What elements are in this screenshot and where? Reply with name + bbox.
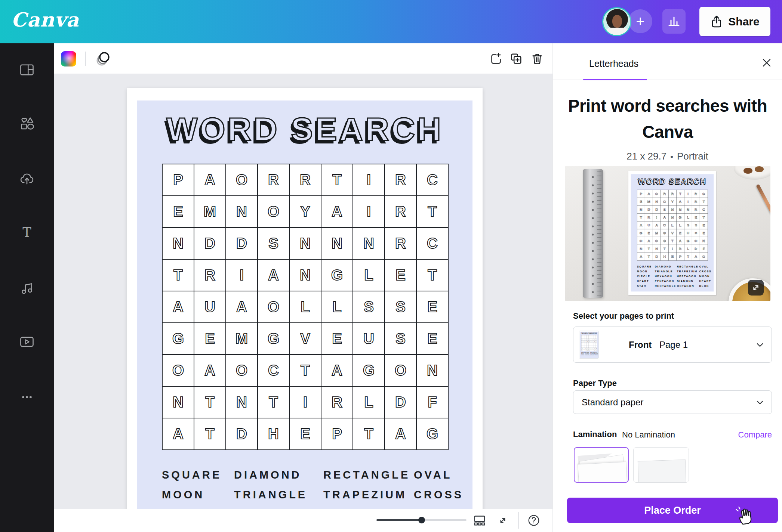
grid-cell: M: [645, 198, 653, 205]
grid-cell: T: [321, 164, 353, 196]
word: MOON: [581, 353, 585, 354]
wordsearch-title: WORD SEARCH: [137, 110, 472, 148]
sidebar-item-design[interactable]: [19, 62, 35, 78]
sidebar-item-uploads[interactable]: [19, 171, 35, 187]
grid-cell: E: [637, 198, 645, 205]
grid-cell: S: [661, 205, 668, 213]
word: STAR: [637, 285, 655, 288]
chevron-down-icon: [755, 340, 765, 350]
grid-cell: R: [385, 164, 416, 196]
copy-style-button[interactable]: [95, 50, 111, 67]
grid-cell: O: [162, 355, 194, 386]
paper-type-value: Standard paper: [582, 397, 643, 408]
grid-cell: R: [692, 190, 700, 198]
add-member-button[interactable]: +: [628, 9, 652, 33]
duplicate-page-button[interactable]: [509, 52, 523, 66]
lamination-option-laminated[interactable]: [633, 447, 689, 483]
word-list-row: SQUAREDIAMONDRECTANGLEOVAL: [637, 265, 709, 268]
add-page-button[interactable]: [489, 52, 503, 66]
grid-cell: V: [289, 323, 321, 355]
sidebar-item-videos[interactable]: [19, 334, 35, 350]
canva-logo[interactable]: Canva: [11, 8, 79, 31]
page-background: WORD SEARCHPAORRTIRCEMNOYAIRTNDDSNNNRCTR…: [137, 100, 472, 509]
background-color-button[interactable]: [61, 51, 76, 66]
word: DIAMOND: [585, 352, 590, 353]
pages-dropdown[interactable]: WORD SEARCHPAORRTIRCEMNOYAIRTNDDSNNNRCTR…: [573, 327, 772, 363]
grid-cell: C: [258, 355, 289, 386]
grid-cell: I: [289, 386, 321, 418]
word: RECTANGLE: [585, 356, 590, 357]
grid-cell: M: [194, 196, 226, 228]
word: TRIANGLE: [585, 353, 590, 354]
dish-prop: [734, 166, 770, 180]
word: OCTAGON: [677, 285, 699, 288]
word: MOON: [595, 354, 598, 355]
grid-cell: D: [653, 253, 661, 260]
word-list-row: MOONTRIANGLETRAPEZIUMCROSS: [581, 353, 598, 354]
grid-cell: A: [385, 418, 416, 450]
grid-cell: G: [258, 323, 289, 355]
pages-view-button[interactable]: [472, 513, 487, 528]
wordsearch-page[interactable]: WORD SEARCHPAORRTIRCEMNOYAIRTNDDSNNNRCTR…: [127, 88, 483, 509]
grid-cell: R: [692, 205, 700, 213]
pages-view-icon: [472, 513, 487, 528]
grid-cell: O: [692, 237, 700, 245]
grid-cell: T: [289, 355, 321, 386]
grid-cell: A: [226, 291, 258, 323]
word-list-row: HEARTPENTAGONDIAMONDHEART: [637, 280, 711, 283]
grid-cell: A: [661, 213, 668, 221]
word-list-row: MOONTRIANGLETRAPEZIUMCROSS: [162, 489, 464, 501]
grid-cell: L: [684, 245, 692, 253]
grid-cell: R: [661, 190, 668, 198]
sidebar-item-more[interactable]: [19, 389, 35, 405]
close-panel-button[interactable]: [761, 57, 772, 68]
grid-cell: T: [645, 253, 653, 260]
share-button[interactable]: Share: [699, 7, 770, 36]
help-button[interactable]: [527, 513, 541, 528]
tab-letterheads[interactable]: Letterheads: [589, 58, 638, 69]
word: BLOB: [595, 356, 598, 357]
document-page[interactable]: WORD SEARCHPAORRTIRCEMNOYAIRTNDDSNNNRCTR…: [127, 88, 483, 509]
grid-cell: I: [353, 196, 385, 228]
grid-cell: R: [258, 164, 289, 196]
grid-cell: R: [692, 198, 700, 205]
paper-type-dropdown[interactable]: Standard paper: [573, 390, 772, 414]
chevron-down-icon: [755, 398, 765, 407]
grid-cell: D: [385, 386, 416, 418]
lamination-option-none[interactable]: [574, 447, 629, 483]
grid-cell: E: [676, 229, 684, 237]
word-list-row: STARRECTANGLEOCTAGONBLOB: [581, 356, 597, 357]
sidebar-item-text[interactable]: T: [19, 224, 35, 241]
grid-cell: I: [684, 190, 692, 198]
grid-cell: T: [700, 213, 708, 221]
sidebar-item-elements[interactable]: [19, 115, 35, 132]
divider: [85, 52, 86, 66]
grid-cell: E: [289, 418, 321, 450]
word: DIAMOND: [590, 355, 595, 356]
grid-cell: D: [653, 205, 661, 213]
grid-cell: S: [692, 229, 700, 237]
avatar[interactable]: [602, 7, 631, 36]
design-canvas[interactable]: WORD SEARCHPAORRTIRCEMNOYAIRTNDDSNNNRCTR…: [54, 74, 552, 509]
grid-cell: N: [637, 205, 645, 213]
fullscreen-icon: [496, 513, 510, 528]
grid-cell: L: [676, 221, 684, 229]
word: OVAL: [595, 352, 598, 353]
zoom-slider-thumb[interactable]: [418, 517, 425, 523]
sidebar-item-audio[interactable]: [19, 280, 35, 296]
grid-cell: A: [162, 418, 194, 450]
expand-preview-button[interactable]: [748, 280, 764, 296]
grid-cell: T: [416, 259, 448, 291]
fullscreen-button[interactable]: [496, 513, 510, 528]
compare-link[interactable]: Compare: [738, 430, 772, 440]
grid-cell: O: [661, 198, 668, 205]
delete-page-button[interactable]: [530, 52, 544, 66]
analytics-button[interactable]: [662, 9, 686, 34]
grid-cell: A: [676, 198, 684, 205]
grid-cell: N: [684, 205, 692, 213]
word-list-row: SQUAREDIAMONDRECTANGLEOVAL: [162, 469, 452, 481]
grid-cell: E: [692, 213, 700, 221]
grid-cell: S: [385, 291, 416, 323]
bar-chart-icon: [666, 14, 681, 29]
grid-cell: T: [684, 253, 692, 260]
